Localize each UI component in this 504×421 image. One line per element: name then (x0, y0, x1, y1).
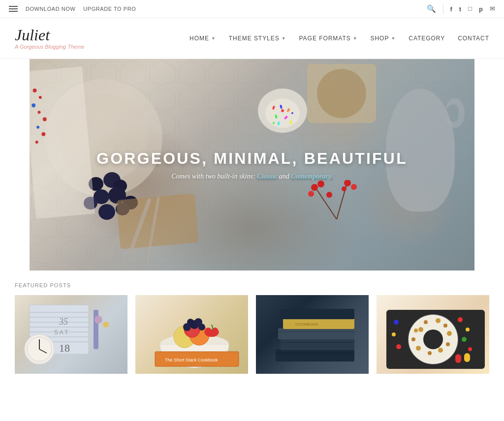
svg-rect-61 (283, 318, 354, 329)
logo-title: Juliet (15, 27, 84, 43)
nav-item-home[interactable]: HOME ▼ (189, 35, 216, 42)
site-logo[interactable]: Juliet A Gorgeous Blogging Theme (15, 27, 84, 50)
svg-point-69 (423, 330, 443, 349)
nav-arrow-shop: ▼ (391, 36, 396, 41)
divider (443, 4, 443, 14)
svg-rect-59 (281, 338, 354, 350)
svg-rect-8 (289, 120, 292, 125)
svg-rect-3 (280, 105, 283, 109)
featured-label: FEATURED POSTS (15, 282, 489, 288)
svg-rect-58 (276, 349, 354, 361)
svg-point-83 (466, 328, 470, 331)
svg-point-87 (392, 332, 396, 336)
featured-post-4[interactable] (377, 295, 489, 374)
nav-item-page-formats[interactable]: PAGE FORMATS ▼ (299, 35, 358, 42)
post-3-svg: COOKBOOK (256, 295, 369, 374)
svg-point-28 (35, 141, 38, 144)
nav-item-theme-styles[interactable]: THEME STYLES ▼ (229, 35, 286, 42)
email-icon[interactable]: ✉ (490, 5, 495, 13)
featured-post-2[interactable]: The Short Stack Cookbook (135, 295, 248, 374)
svg-point-43 (103, 322, 109, 328)
top-bar-left: DOWNLOAD NOW UPGRADE TO PRO (9, 6, 136, 12)
svg-point-10 (291, 112, 293, 114)
featured-grid: 35 S A T 18 (15, 295, 489, 374)
svg-point-74 (443, 324, 447, 328)
svg-point-21 (32, 89, 37, 93)
logo-tagline: A Gorgeous Blogging Theme (15, 44, 84, 50)
svg-rect-4 (286, 108, 290, 113)
svg-rect-41 (94, 310, 98, 349)
coffee-mug (307, 64, 376, 123)
nav-label-theme-styles: THEME STYLES (229, 35, 280, 42)
top-bar-right: 🔍 f t □ p ✉ (427, 4, 496, 14)
svg-point-27 (41, 132, 46, 136)
nav-label-contact: CONTACT (458, 35, 489, 42)
svg-rect-89 (455, 354, 461, 363)
svg-point-20 (326, 192, 332, 198)
post-2-svg: The Short Stack Cookbook (135, 295, 248, 374)
post-4-image (377, 295, 489, 374)
svg-rect-60 (278, 328, 354, 339)
svg-text:COOKBOOK: COOKBOOK (295, 322, 318, 327)
hero-content: GORGEOUS, MINIMAL, BEAUTIFUL Comes with … (96, 150, 408, 180)
svg-point-76 (446, 342, 450, 346)
berries-svg (307, 180, 366, 219)
sprinkle-bowl-inner (265, 98, 300, 128)
svg-rect-2 (272, 106, 275, 110)
top-bar: DOWNLOAD NOW UPGRADE TO PRO 🔍 f t □ p ✉ (0, 0, 504, 18)
svg-rect-6 (284, 116, 288, 120)
nav-arrow-home: ▼ (211, 36, 216, 41)
post-3-image: COOKBOOK (256, 295, 369, 374)
svg-point-24 (37, 111, 41, 114)
hero-wrapper: GORGEOUS, MINIMAL, BEAUTIFUL Comes with … (0, 59, 504, 271)
facebook-icon[interactable]: f (450, 5, 452, 13)
search-icon[interactable]: 🔍 (427, 4, 436, 13)
hero-title: GORGEOUS, MINIMAL, BEAUTIFUL (96, 150, 408, 168)
svg-point-19 (342, 186, 346, 191)
svg-point-84 (462, 337, 467, 342)
twitter-icon[interactable]: t (459, 5, 461, 13)
instagram-icon[interactable]: □ (468, 5, 472, 13)
svg-point-82 (458, 317, 463, 322)
nav-item-shop[interactable]: SHOP ▼ (371, 35, 396, 42)
main-nav: HOME ▼ THEME STYLES ▼ PAGE FORMATS ▼ SHO… (189, 35, 489, 42)
svg-text:S A T: S A T (54, 329, 68, 336)
svg-point-85 (468, 347, 472, 351)
svg-point-11 (273, 122, 275, 124)
svg-point-54 (187, 319, 194, 326)
nav-item-contact[interactable]: CONTACT (458, 35, 489, 42)
svg-point-23 (32, 103, 36, 108)
svg-point-72 (424, 320, 428, 324)
svg-point-81 (414, 329, 418, 332)
nav-label-shop: SHOP (371, 35, 389, 42)
pinterest-icon[interactable]: p (479, 5, 483, 13)
svg-text:The Short Stack Cookbook: The Short Stack Cookbook (165, 358, 218, 362)
svg-rect-5 (275, 115, 277, 119)
svg-point-55 (194, 318, 202, 326)
svg-point-80 (411, 337, 415, 341)
svg-point-73 (436, 318, 441, 323)
nav-label-home: HOME (189, 35, 209, 42)
svg-point-25 (42, 117, 47, 121)
svg-point-79 (416, 346, 421, 351)
svg-rect-62 (280, 309, 354, 319)
post-1-svg: 35 S A T 18 (15, 295, 127, 374)
nav-label-page-formats: PAGE FORMATS (299, 35, 351, 42)
download-link[interactable]: DOWNLOAD NOW (26, 6, 75, 12)
svg-point-9 (281, 109, 284, 112)
hero-subtitle: Comes with two built-in skins: Classic a… (96, 173, 408, 180)
svg-point-18 (351, 184, 357, 190)
hamburger-menu[interactable] (9, 6, 18, 12)
featured-post-3[interactable]: COOKBOOK (256, 295, 369, 374)
upgrade-link[interactable]: UPGRADE TO PRO (83, 6, 136, 12)
site-header: Juliet A Gorgeous Blogging Theme HOME ▼ … (0, 18, 504, 59)
svg-point-71 (418, 327, 423, 332)
svg-point-26 (36, 125, 40, 129)
post-1-image: 35 S A T 18 (15, 295, 127, 374)
svg-point-15 (317, 180, 324, 187)
nav-item-category[interactable]: CATEGORY (409, 35, 445, 42)
svg-point-86 (394, 320, 399, 325)
featured-post-1[interactable]: 35 S A T 18 (15, 295, 127, 374)
svg-point-22 (39, 96, 42, 99)
svg-rect-90 (464, 353, 470, 362)
